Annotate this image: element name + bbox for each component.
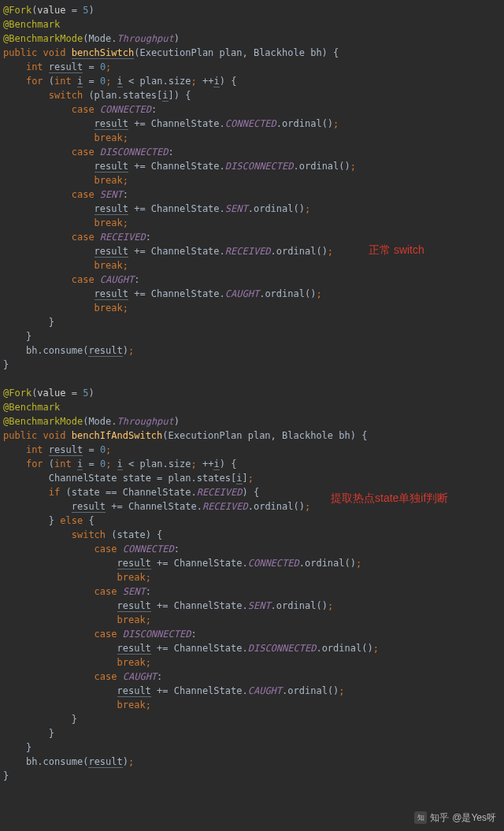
svg-text:知: 知	[417, 814, 424, 822]
watermark-author: @是Yes呀	[452, 811, 496, 825]
annotation-label-1: 正常 switch	[369, 243, 487, 257]
annotation-benchmark: @Benchmark	[3, 19, 60, 30]
annotation-label-2: 提取热点state单独if判断	[331, 491, 488, 505]
method-name-2: benchIfAndSwitch	[72, 430, 163, 441]
code-block: @Fork(value = 5) @Benchmark @BenchmarkMo…	[3, 3, 504, 783]
annotation-fork: @Fork	[3, 5, 32, 16]
zhihu-logo-icon: 知	[414, 811, 427, 824]
watermark: 知 知乎 @是Yes呀	[414, 811, 496, 825]
watermark-site: 知乎	[430, 811, 449, 825]
method-name-1: benchSiwtch	[72, 47, 134, 59]
annotation-mode: @BenchmarkMode	[3, 33, 83, 44]
